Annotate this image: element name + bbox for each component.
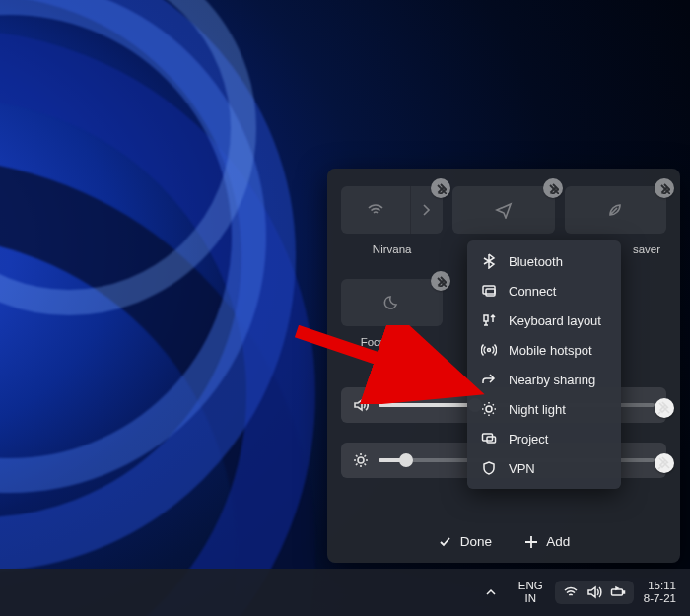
focus-assist-label: Focus assist: [341, 334, 443, 348]
nightlight-icon: [481, 401, 497, 417]
unpin-button[interactable]: [431, 178, 450, 198]
chevron-right-icon: [418, 201, 436, 219]
check-icon: [438, 534, 452, 549]
share-icon: [481, 372, 497, 387]
sun-icon: [353, 452, 369, 468]
svg-rect-8: [611, 589, 622, 595]
add-menu: Bluetooth Connect Keyboard layout Mobile…: [467, 240, 621, 489]
menu-item-vpn[interactable]: VPN: [467, 453, 621, 483]
svg-rect-1: [483, 286, 495, 294]
wifi-tile[interactable]: [341, 186, 443, 234]
menu-item-nearby-sharing[interactable]: Nearby sharing: [467, 365, 621, 394]
chevron-up-icon: [483, 584, 499, 600]
battery-saver-tile[interactable]: [565, 186, 666, 234]
svg-rect-2: [486, 289, 495, 296]
menu-item-night-light[interactable]: Night light: [467, 394, 621, 424]
menu-item-project[interactable]: Project: [467, 424, 621, 453]
menu-item-mobile-hotspot[interactable]: Mobile hotspot: [467, 335, 621, 365]
hotspot-icon: [481, 342, 497, 358]
airplane-tile[interactable]: [452, 186, 554, 234]
svg-point-3: [488, 349, 491, 352]
leaf-icon: [606, 201, 624, 219]
airplane-icon: [495, 201, 513, 219]
svg-point-0: [358, 457, 364, 463]
speaker-icon: [586, 584, 602, 600]
unpin-button[interactable]: [543, 178, 563, 198]
battery-icon: [610, 584, 626, 600]
moon-icon: [383, 294, 401, 311]
tray-overflow-button[interactable]: [475, 581, 507, 604]
quick-settings-panel: Nirvana saver Focus assist Done Add: [327, 169, 680, 563]
svg-point-4: [486, 406, 492, 412]
clock[interactable]: 15:118-7-21: [638, 580, 682, 605]
system-tray[interactable]: [555, 581, 634, 604]
focus-assist-tile[interactable]: [341, 279, 443, 326]
wifi-label: Nirvana: [341, 241, 443, 255]
plus-icon: [523, 534, 538, 549]
menu-item-keyboard-layout[interactable]: Keyboard layout: [467, 306, 621, 335]
bluetooth-icon: [481, 253, 497, 269]
taskbar: ENGIN 15:118-7-21: [0, 569, 690, 616]
unpin-button[interactable]: [655, 398, 674, 418]
speaker-icon: [353, 397, 369, 413]
unpin-button[interactable]: [431, 271, 450, 291]
keyboard-icon: [481, 312, 497, 328]
shield-icon: [481, 460, 497, 476]
unpin-button[interactable]: [655, 178, 674, 198]
wifi-icon: [563, 584, 579, 600]
language-indicator[interactable]: ENGIN: [511, 576, 551, 608]
menu-item-bluetooth[interactable]: Bluetooth: [467, 246, 621, 276]
project-icon: [481, 431, 497, 446]
done-label: Done: [460, 534, 492, 549]
connect-icon: [481, 283, 497, 299]
wifi-icon: [367, 201, 384, 219]
unpin-button[interactable]: [655, 453, 674, 473]
menu-item-connect[interactable]: Connect: [467, 276, 621, 306]
add-button[interactable]: Add: [523, 534, 570, 549]
done-button[interactable]: Done: [438, 534, 492, 549]
svg-rect-6: [487, 437, 496, 443]
add-label: Add: [546, 534, 570, 549]
